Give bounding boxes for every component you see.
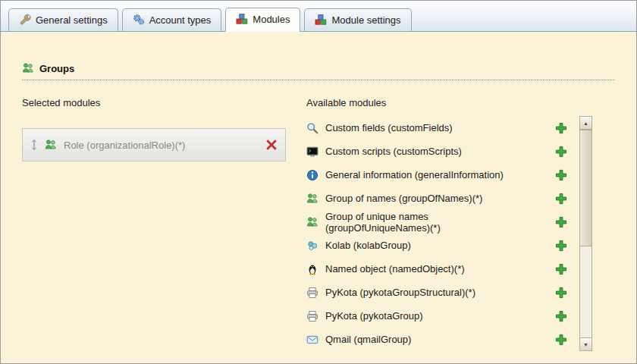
available-module-row: Named object (namedObject)(*) bbox=[306, 257, 572, 281]
mail-icon bbox=[306, 334, 318, 346]
section-heading: Groups bbox=[22, 32, 615, 74]
available-modules-column: Available modules Custom fields (customF… bbox=[306, 97, 615, 351]
available-module-label: PyKota (pykotaGroupStructural)(*) bbox=[325, 287, 475, 298]
available-module-label: Group of names (groupOfNames)(*) bbox=[325, 193, 482, 204]
available-module-label: Custom scripts (customScripts) bbox=[325, 146, 462, 157]
wrench-icon bbox=[19, 14, 31, 26]
add-module-button[interactable] bbox=[555, 216, 567, 228]
available-module-row: Group of unique names (groupOfUniqueName… bbox=[306, 210, 572, 234]
available-module-label: Group of unique names (groupOfUniqueName… bbox=[325, 211, 519, 234]
modules-panel: Groups Selected modules Role (organizati… bbox=[1, 32, 636, 364]
selected-module-row: Role (organizationalRole)(*) bbox=[22, 128, 286, 162]
available-module-row: General information (generalInformation) bbox=[306, 163, 572, 187]
add-module-button[interactable] bbox=[555, 146, 567, 158]
selected-modules-list: Role (organizationalRole)(*) bbox=[22, 128, 286, 162]
tab-modules[interactable]: Modules bbox=[225, 8, 300, 32]
available-module-row: Qmail (qmailGroup) bbox=[306, 328, 572, 351]
tab-account-types[interactable]: Account types bbox=[122, 8, 222, 31]
group-icon bbox=[22, 62, 34, 74]
tab-bar: General settings Account types Modules M… bbox=[1, 1, 636, 32]
available-module-row: PyKota (pykotaGroupStructural)(*) bbox=[306, 281, 572, 304]
lam-config-window: General settings Account types Modules M… bbox=[0, 0, 637, 364]
magnifier-icon bbox=[306, 122, 318, 134]
tab-label: Modules bbox=[253, 14, 290, 25]
available-module-label: General information (generalInformation) bbox=[325, 169, 504, 180]
group-icon bbox=[306, 193, 318, 205]
gears-icon bbox=[133, 14, 145, 26]
available-module-label: PyKota (pykotaGroup) bbox=[325, 310, 423, 322]
info-icon bbox=[306, 169, 318, 181]
printer-icon bbox=[306, 287, 318, 299]
add-module-button[interactable] bbox=[555, 287, 567, 299]
add-module-button[interactable] bbox=[555, 169, 567, 181]
available-module-row: Custom scripts (customScripts) bbox=[306, 140, 572, 163]
drag-handle-icon[interactable] bbox=[30, 139, 38, 151]
selected-modules-heading: Selected modules bbox=[22, 97, 286, 108]
add-module-button[interactable] bbox=[555, 122, 567, 134]
add-module-button[interactable] bbox=[555, 193, 567, 205]
available-module-label: Qmail (qmailGroup) bbox=[325, 334, 411, 345]
available-modules-wrap: Custom fields (customFields) Custom scri… bbox=[306, 116, 592, 351]
tab-label: Module settings bbox=[331, 14, 400, 26]
tab-label: Account types bbox=[149, 14, 212, 26]
scrollbar[interactable]: ▲ ▼ bbox=[579, 116, 592, 351]
available-module-row: Group of names (groupOfNames)(*) bbox=[306, 187, 572, 210]
available-module-row: Kolab (kolabGroup) bbox=[306, 234, 572, 257]
available-module-label: Kolab (kolabGroup) bbox=[325, 240, 411, 251]
available-module-row: Custom fields (customFields) bbox=[306, 116, 572, 140]
available-module-label: Custom fields (customFields) bbox=[325, 122, 453, 133]
scroll-thumb[interactable] bbox=[580, 130, 592, 246]
kolab-icon bbox=[306, 240, 318, 252]
divider bbox=[22, 80, 615, 80]
remove-module-button[interactable] bbox=[265, 139, 278, 151]
add-module-button[interactable] bbox=[555, 310, 567, 322]
add-module-button[interactable] bbox=[555, 263, 567, 275]
group-icon bbox=[306, 216, 318, 228]
modules-icon bbox=[236, 13, 248, 25]
available-module-label: Named object (namedObject)(*) bbox=[325, 263, 465, 275]
scroll-up-button[interactable]: ▲ bbox=[580, 117, 592, 130]
tab-label: General settings bbox=[36, 14, 108, 26]
modules-columns: Selected modules Role (organizationalRol… bbox=[22, 97, 615, 351]
group-icon bbox=[45, 139, 57, 151]
tux-icon bbox=[306, 263, 318, 275]
selected-module-label: Role (organizationalRole)(*) bbox=[64, 140, 259, 151]
available-modules-list: Custom fields (customFields) Custom scri… bbox=[306, 116, 572, 351]
printer-icon bbox=[306, 310, 318, 322]
selected-modules-column: Selected modules Role (organizationalRol… bbox=[22, 97, 286, 351]
tab-module-settings[interactable]: Module settings bbox=[304, 8, 411, 31]
add-module-button[interactable] bbox=[555, 240, 567, 252]
available-module-row: PyKota (pykotaGroup) bbox=[306, 304, 572, 328]
module-settings-icon bbox=[315, 14, 327, 26]
tab-general-settings[interactable]: General settings bbox=[8, 8, 118, 31]
add-module-button[interactable] bbox=[555, 334, 567, 346]
scroll-down-button[interactable]: ▼ bbox=[580, 337, 592, 350]
section-title: Groups bbox=[39, 63, 74, 74]
terminal-icon bbox=[306, 146, 318, 158]
available-modules-heading: Available modules bbox=[306, 97, 592, 108]
